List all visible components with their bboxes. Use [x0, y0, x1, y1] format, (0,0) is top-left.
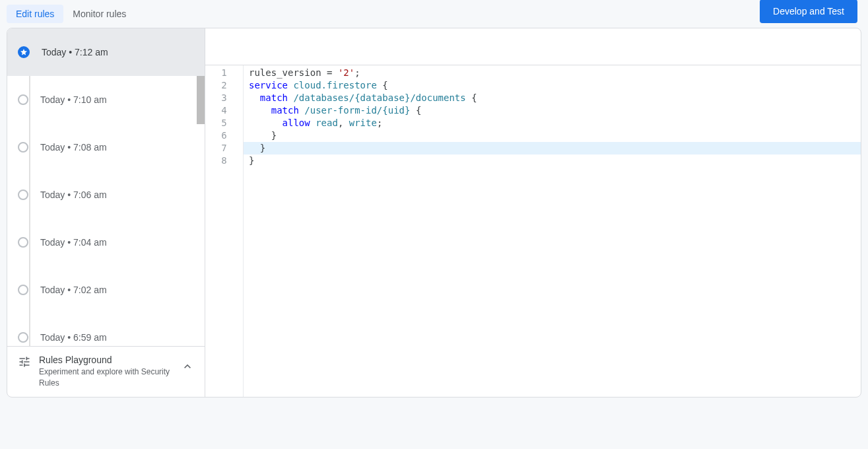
code-line[interactable]: match /databases/{database}/documents {: [244, 92, 861, 104]
timeline-dot-icon: [18, 237, 28, 248]
line-number: 7: [205, 142, 243, 155]
rules-editor-card: Today • 7:12 amToday • 7:10 amToday • 7:…: [7, 28, 861, 397]
line-number: 8: [205, 155, 243, 167]
line-number: 4: [205, 104, 243, 117]
history-item-label: Today • 7:02 am: [40, 285, 107, 295]
code-content[interactable]: rules_version = '2';service cloud.firest…: [244, 65, 861, 397]
code-line[interactable]: }: [244, 142, 861, 155]
history-item[interactable]: Today • 7:12 am: [7, 28, 205, 76]
line-number: 3: [205, 92, 243, 104]
sidebar: Today • 7:12 amToday • 7:10 amToday • 7:…: [7, 28, 205, 397]
playground-subtitle: Experiment and explore with Security Rul…: [39, 366, 173, 389]
star-icon: [18, 46, 30, 58]
history-item[interactable]: Today • 7:06 am: [7, 171, 205, 219]
code-line[interactable]: match /user-form-id/{uid} {: [244, 104, 861, 117]
timeline-dot-icon: [18, 94, 28, 105]
history-item-label: Today • 7:04 am: [40, 237, 107, 248]
history-item[interactable]: Today • 7:08 am: [7, 123, 205, 171]
timeline-dot-icon: [18, 142, 28, 153]
history-item-label: Today • 6:59 am: [40, 332, 107, 343]
playground-text: Rules Playground Experiment and explore …: [39, 355, 173, 389]
history-item[interactable]: Today • 7:02 am: [7, 266, 205, 314]
history-item[interactable]: Today • 7:04 am: [7, 219, 205, 266]
timeline-dot-icon: [18, 332, 28, 343]
code-editor[interactable]: 12345678 rules_version = '2';service clo…: [205, 65, 861, 397]
tab-bar: Edit rules Monitor rules: [7, 0, 135, 28]
code-line[interactable]: rules_version = '2';: [244, 67, 861, 79]
line-number: 2: [205, 79, 243, 92]
history-item-label: Today • 7:10 am: [40, 94, 107, 105]
timeline-dot-icon: [18, 190, 28, 200]
editor-area: 12345678 rules_version = '2';service clo…: [205, 28, 861, 397]
playground-title: Rules Playground: [39, 355, 173, 365]
code-line[interactable]: allow read, write;: [244, 117, 861, 129]
code-line[interactable]: }: [244, 155, 861, 167]
history-item[interactable]: Today • 7:10 am: [7, 76, 205, 123]
code-line[interactable]: }: [244, 129, 861, 142]
line-number: 5: [205, 117, 243, 129]
line-number: 1: [205, 67, 243, 79]
history-item[interactable]: Today • 6:59 am: [7, 314, 205, 346]
history-panel: Today • 7:12 amToday • 7:10 amToday • 7:…: [7, 28, 205, 346]
rules-playground-toggle[interactable]: Rules Playground Experiment and explore …: [7, 346, 205, 397]
chevron-up-icon: [181, 360, 194, 373]
history-item-label: Today • 7:06 am: [40, 190, 107, 200]
tab-monitor-rules[interactable]: Monitor rules: [63, 5, 135, 23]
line-number: 6: [205, 129, 243, 142]
timeline-dot-icon: [18, 285, 28, 295]
history-item-label: Today • 7:08 am: [40, 142, 107, 153]
history-item-label: Today • 7:12 am: [42, 47, 108, 57]
tab-edit-rules[interactable]: Edit rules: [7, 5, 63, 23]
line-number-gutter: 12345678: [205, 65, 244, 397]
tune-icon: [18, 355, 31, 368]
develop-and-test-button[interactable]: Develop and Test: [760, 0, 857, 23]
editor-toolbar: [205, 28, 861, 65]
code-line[interactable]: service cloud.firestore {: [244, 79, 861, 92]
history-list[interactable]: Today • 7:12 amToday • 7:10 amToday • 7:…: [7, 28, 205, 346]
